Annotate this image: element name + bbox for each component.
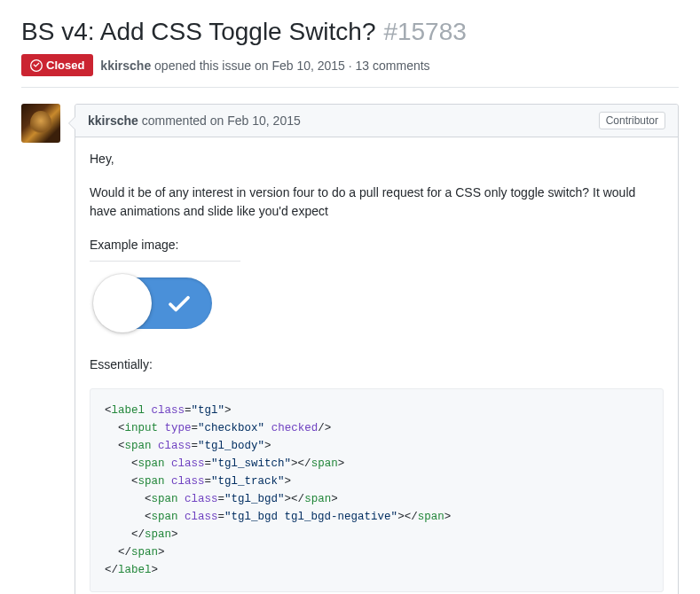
essentially-label: Essentially: xyxy=(90,356,664,375)
issue-number: #15783 xyxy=(383,18,466,45)
comment-thread: kkirsche commented on Feb 10, 2015 Contr… xyxy=(21,104,679,594)
state-badge: Closed xyxy=(21,54,93,76)
issue-title-row: BS v4: Add CSS Toggle Switch? #15783 xyxy=(21,14,679,47)
comment-greeting: Hey, xyxy=(90,150,664,169)
code-block: <label class="tgl"> <input type="checkbo… xyxy=(90,388,664,592)
avatar[interactable] xyxy=(21,104,60,143)
comment-body: Hey, Would it be of any interest in vers… xyxy=(75,137,678,594)
issue-author-link[interactable]: kkirsche xyxy=(100,59,151,73)
role-badge: Contributor xyxy=(599,112,665,129)
comment-text: Would it be of any interest in version f… xyxy=(90,184,664,222)
example-label: Example image: xyxy=(90,236,240,262)
example-image xyxy=(97,277,664,329)
comment-author-link[interactable]: kkirsche xyxy=(88,113,138,128)
closed-icon xyxy=(30,59,43,72)
state-label: Closed xyxy=(46,59,84,72)
check-icon xyxy=(166,290,193,323)
comment: kkirsche commented on Feb 10, 2015 Contr… xyxy=(75,104,679,594)
issue-title: BS v4: Add CSS Toggle Switch? xyxy=(21,18,376,45)
issue-byline: kkirsche opened this issue on Feb 10, 20… xyxy=(100,59,429,73)
comment-header: kkirsche commented on Feb 10, 2015 Contr… xyxy=(75,105,678,137)
toggle-switch xyxy=(97,277,212,329)
toggle-knob xyxy=(93,274,152,332)
issue-meta: Closed kkirsche opened this issue on Feb… xyxy=(21,54,679,88)
